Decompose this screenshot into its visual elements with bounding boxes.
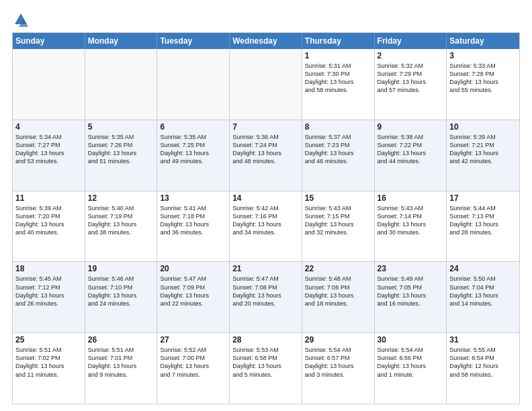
day-number: 26: [88, 335, 154, 345]
cal-cell-day-26: 26Sunrise: 5:51 AM Sunset: 7:01 PM Dayli…: [85, 333, 158, 404]
cal-cell-day-19: 19Sunrise: 5:46 AM Sunset: 7:10 PM Dayli…: [85, 262, 158, 332]
header-day-friday: Friday: [375, 33, 447, 49]
day-number: 12: [88, 193, 154, 203]
cal-cell-day-29: 29Sunrise: 5:54 AM Sunset: 6:57 PM Dayli…: [302, 333, 375, 404]
cal-cell-day-6: 6Sunrise: 5:35 AM Sunset: 7:25 PM Daylig…: [157, 120, 230, 191]
day-number: 31: [449, 335, 517, 345]
cal-cell-empty: [13, 49, 85, 120]
cell-info: Sunrise: 5:37 AM Sunset: 7:23 PM Dayligh…: [305, 133, 371, 166]
cal-cell-day-24: 24Sunrise: 5:50 AM Sunset: 7:04 PM Dayli…: [447, 262, 519, 332]
cal-cell-day-9: 9Sunrise: 5:38 AM Sunset: 7:22 PM Daylig…: [375, 120, 447, 191]
cell-info: Sunrise: 5:47 AM Sunset: 7:09 PM Dayligh…: [160, 275, 226, 308]
header-day-monday: Monday: [85, 33, 158, 49]
calendar-row: 1Sunrise: 5:31 AM Sunset: 7:30 PM Daylig…: [13, 49, 519, 120]
day-number: 17: [449, 193, 517, 203]
calendar-row: 18Sunrise: 5:45 AM Sunset: 7:12 PM Dayli…: [13, 262, 519, 333]
day-number: 29: [305, 335, 371, 345]
cell-info: Sunrise: 5:45 AM Sunset: 7:12 PM Dayligh…: [15, 275, 82, 308]
cal-cell-day-27: 27Sunrise: 5:52 AM Sunset: 7:00 PM Dayli…: [157, 333, 230, 404]
cal-cell-day-22: 22Sunrise: 5:48 AM Sunset: 7:06 PM Dayli…: [302, 262, 375, 332]
cell-info: Sunrise: 5:52 AM Sunset: 7:00 PM Dayligh…: [160, 346, 226, 379]
cell-info: Sunrise: 5:48 AM Sunset: 7:06 PM Dayligh…: [305, 275, 371, 308]
day-number: 21: [232, 264, 299, 273]
cell-info: Sunrise: 5:31 AM Sunset: 7:30 PM Dayligh…: [305, 62, 371, 95]
cell-info: Sunrise: 5:39 AM Sunset: 7:21 PM Dayligh…: [449, 133, 517, 166]
cal-cell-day-11: 11Sunrise: 5:39 AM Sunset: 7:20 PM Dayli…: [13, 191, 85, 262]
cell-info: Sunrise: 5:40 AM Sunset: 7:19 PM Dayligh…: [88, 204, 154, 237]
cell-info: Sunrise: 5:41 AM Sunset: 7:18 PM Dayligh…: [160, 204, 226, 237]
cell-info: Sunrise: 5:34 AM Sunset: 7:27 PM Dayligh…: [15, 133, 82, 166]
header: [12, 12, 520, 27]
header-day-wednesday: Wednesday: [230, 33, 302, 49]
cell-info: Sunrise: 5:35 AM Sunset: 7:25 PM Dayligh…: [160, 133, 226, 166]
day-number: 9: [378, 122, 444, 132]
cal-cell-day-20: 20Sunrise: 5:47 AM Sunset: 7:09 PM Dayli…: [157, 262, 230, 332]
cal-cell-day-3: 3Sunrise: 5:33 AM Sunset: 7:28 PM Daylig…: [447, 49, 519, 120]
day-number: 14: [232, 193, 299, 203]
calendar-body: 1Sunrise: 5:31 AM Sunset: 7:30 PM Daylig…: [13, 49, 519, 404]
day-number: 16: [378, 193, 444, 203]
cal-cell-day-7: 7Sunrise: 5:36 AM Sunset: 7:24 PM Daylig…: [230, 120, 302, 191]
day-number: 4: [15, 122, 82, 132]
day-number: 18: [15, 264, 82, 273]
cal-cell-day-13: 13Sunrise: 5:41 AM Sunset: 7:18 PM Dayli…: [157, 191, 230, 262]
day-number: 11: [15, 193, 82, 203]
day-number: 30: [378, 335, 444, 345]
cal-cell-empty: [157, 49, 230, 120]
cal-cell-day-4: 4Sunrise: 5:34 AM Sunset: 7:27 PM Daylig…: [13, 120, 85, 191]
cal-cell-day-17: 17Sunrise: 5:44 AM Sunset: 7:13 PM Dayli…: [447, 191, 519, 262]
day-number: 7: [232, 122, 299, 132]
cal-cell-day-2: 2Sunrise: 5:32 AM Sunset: 7:29 PM Daylig…: [375, 49, 447, 120]
day-number: 27: [160, 335, 226, 345]
calendar-header: SundayMondayTuesdayWednesdayThursdayFrid…: [13, 33, 519, 49]
cell-info: Sunrise: 5:42 AM Sunset: 7:16 PM Dayligh…: [232, 204, 299, 237]
day-number: 10: [449, 122, 517, 132]
cal-cell-day-25: 25Sunrise: 5:51 AM Sunset: 7:02 PM Dayli…: [13, 333, 85, 404]
cell-info: Sunrise: 5:50 AM Sunset: 7:04 PM Dayligh…: [449, 275, 517, 308]
day-number: 24: [449, 264, 517, 273]
cell-info: Sunrise: 5:32 AM Sunset: 7:29 PM Dayligh…: [378, 62, 444, 95]
cell-info: Sunrise: 5:43 AM Sunset: 7:15 PM Dayligh…: [305, 204, 371, 237]
header-day-sunday: Sunday: [13, 33, 85, 49]
cell-info: Sunrise: 5:51 AM Sunset: 7:01 PM Dayligh…: [88, 346, 154, 379]
header-day-saturday: Saturday: [447, 33, 519, 49]
cell-info: Sunrise: 5:47 AM Sunset: 7:08 PM Dayligh…: [232, 275, 299, 308]
day-number: 22: [305, 264, 371, 273]
cal-cell-day-14: 14Sunrise: 5:42 AM Sunset: 7:16 PM Dayli…: [230, 191, 302, 262]
cal-cell-day-8: 8Sunrise: 5:37 AM Sunset: 7:23 PM Daylig…: [302, 120, 375, 191]
cell-info: Sunrise: 5:43 AM Sunset: 7:14 PM Dayligh…: [378, 204, 444, 237]
cal-cell-day-15: 15Sunrise: 5:43 AM Sunset: 7:15 PM Dayli…: [302, 191, 375, 262]
cal-cell-day-5: 5Sunrise: 5:35 AM Sunset: 7:26 PM Daylig…: [85, 120, 158, 191]
cal-cell-day-16: 16Sunrise: 5:43 AM Sunset: 7:14 PM Dayli…: [375, 191, 447, 262]
cell-info: Sunrise: 5:55 AM Sunset: 6:54 PM Dayligh…: [449, 346, 517, 379]
cell-info: Sunrise: 5:39 AM Sunset: 7:20 PM Dayligh…: [15, 204, 82, 237]
cal-cell-empty: [85, 49, 158, 120]
day-number: 15: [305, 193, 371, 203]
cell-info: Sunrise: 5:35 AM Sunset: 7:26 PM Dayligh…: [88, 133, 154, 166]
cell-info: Sunrise: 5:54 AM Sunset: 6:57 PM Dayligh…: [305, 346, 371, 379]
calendar-row: 4Sunrise: 5:34 AM Sunset: 7:27 PM Daylig…: [13, 120, 519, 191]
calendar-row: 25Sunrise: 5:51 AM Sunset: 7:02 PM Dayli…: [13, 333, 519, 404]
cal-cell-day-28: 28Sunrise: 5:53 AM Sunset: 6:58 PM Dayli…: [230, 333, 302, 404]
cell-info: Sunrise: 5:44 AM Sunset: 7:13 PM Dayligh…: [449, 204, 517, 237]
day-number: 13: [160, 193, 226, 203]
calendar-row: 11Sunrise: 5:39 AM Sunset: 7:20 PM Dayli…: [13, 191, 519, 263]
cal-cell-day-31: 31Sunrise: 5:55 AM Sunset: 6:54 PM Dayli…: [447, 333, 519, 404]
day-number: 6: [160, 122, 226, 132]
day-number: 5: [88, 122, 154, 132]
cell-info: Sunrise: 5:36 AM Sunset: 7:24 PM Dayligh…: [232, 133, 299, 166]
day-number: 3: [449, 51, 517, 60]
cal-cell-day-21: 21Sunrise: 5:47 AM Sunset: 7:08 PM Dayli…: [230, 262, 302, 332]
cell-info: Sunrise: 5:53 AM Sunset: 6:58 PM Dayligh…: [232, 346, 299, 379]
cell-info: Sunrise: 5:33 AM Sunset: 7:28 PM Dayligh…: [449, 62, 517, 95]
cal-cell-day-12: 12Sunrise: 5:40 AM Sunset: 7:19 PM Dayli…: [85, 191, 158, 262]
cal-cell-day-18: 18Sunrise: 5:45 AM Sunset: 7:12 PM Dayli…: [13, 262, 85, 332]
cal-cell-day-30: 30Sunrise: 5:54 AM Sunset: 6:56 PM Dayli…: [375, 333, 447, 404]
cell-info: Sunrise: 5:46 AM Sunset: 7:10 PM Dayligh…: [88, 275, 154, 308]
day-number: 20: [160, 264, 226, 273]
day-number: 8: [305, 122, 371, 132]
cal-cell-empty: [230, 49, 302, 120]
cell-info: Sunrise: 5:51 AM Sunset: 7:02 PM Dayligh…: [15, 346, 82, 379]
day-number: 19: [88, 264, 154, 273]
header-day-tuesday: Tuesday: [157, 33, 230, 49]
